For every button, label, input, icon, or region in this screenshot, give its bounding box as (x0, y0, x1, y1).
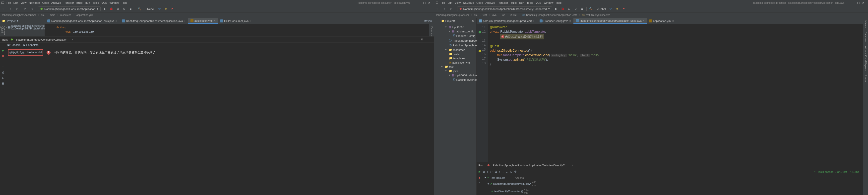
window-close-icon[interactable]: ✕ (428, 1, 430, 4)
sync-icon[interactable]: ↻ (14, 7, 19, 11)
profile-icon[interactable]: ⊙ (574, 7, 578, 11)
scissors-icon[interactable]: ✂ (23, 7, 27, 11)
tab-yml[interactable]: application.yml× (188, 18, 218, 24)
sort-icon[interactable]: ↕ (487, 170, 488, 173)
breadcrumb-res[interactable]: resources (60, 14, 71, 17)
star-icon[interactable]: ★ (615, 7, 620, 11)
test-class[interactable]: ▾✔RabbitmqSpringbootProducerA421 ms (483, 180, 526, 188)
window-maximize-icon[interactable]: ▢ (857, 1, 860, 4)
close-icon[interactable]: × (569, 20, 571, 23)
collapse-icon[interactable]: ↑ (499, 170, 500, 173)
close-icon[interactable]: × (116, 20, 117, 23)
minimize-icon[interactable]: — (426, 38, 429, 41)
stop-icon[interactable]: ■ (478, 176, 480, 179)
console-output-left[interactable]: 接收到消息：hello world 2 同时消费者也一样的启动，你会发现生产者发… (6, 47, 434, 195)
breadcrumb-file[interactable]: application.yml (76, 14, 93, 17)
project-tree[interactable]: ▾▦top.it6666 ▾▦rabbitmq.config ⒸProducer… (439, 24, 476, 83)
jrebel-icon[interactable]: ⟳ (157, 7, 162, 11)
menu-build[interactable]: Build (76, 1, 83, 4)
close-icon[interactable]: × (643, 19, 644, 22)
maven-label[interactable]: Maven (424, 20, 434, 23)
menu-edit[interactable]: Edit (13, 1, 18, 4)
project-panel-header[interactable]: 📁 Project ▾ (0, 19, 45, 23)
trash-icon[interactable]: 🗑 (1, 81, 5, 85)
rerun-failed-icon[interactable]: » (478, 181, 480, 184)
menu-analyze[interactable]: Analyze (51, 1, 61, 4)
menu-vcs[interactable]: VCS (101, 1, 107, 4)
filter-icon[interactable]: ↓↑ (490, 170, 493, 173)
tab-app[interactable]: RabbitmqSpringbootConsumerApplication.ja… (120, 19, 188, 23)
run-config-dropdown[interactable]: ⬢ RabbitmqSpringbootConsumerApplication … (38, 6, 101, 11)
test-method[interactable]: ✔testDirectlyConnected()421 ms (483, 188, 526, 195)
close-icon[interactable]: × (533, 20, 534, 23)
database-tab[interactable]: Database (864, 30, 868, 44)
rerun-icon[interactable]: ▶ (1, 48, 5, 52)
menu-refactor[interactable]: Refactor (63, 1, 74, 4)
menu-window[interactable]: Window (544, 1, 553, 4)
gutter-warning-marker[interactable] (478, 50, 481, 52)
gear-icon[interactable]: ⚙ (514, 170, 517, 173)
menu-view[interactable]: View (21, 1, 27, 4)
project-header[interactable]: 📁 Project ▾ ⚙ (439, 18, 476, 24)
menu-analyze[interactable]: Analyze (486, 1, 495, 4)
alibaba-tab[interactable]: Alibaba Cloud Explorer (864, 45, 868, 73)
menu-help[interactable]: Help (556, 1, 561, 4)
menu-code[interactable]: Code (476, 1, 483, 4)
close-icon[interactable]: × (672, 20, 674, 23)
maven-tab[interactable]: Maven (864, 19, 868, 29)
menu-run[interactable]: Run (85, 1, 90, 4)
up-icon[interactable]: ↑ (1, 65, 5, 69)
debug-icon[interactable]: 🐞 (560, 7, 565, 11)
run-config-dropdown-right[interactable]: ⬣ RabbitmqSpringbootProducerApplicationT… (457, 6, 552, 11)
back-icon[interactable]: ← (2, 44, 5, 47)
flag-icon[interactable]: ⚑ (621, 7, 626, 11)
menu-help[interactable]: Help (122, 1, 127, 4)
stop-icon[interactable]: ■ (128, 7, 133, 11)
coverage-icon[interactable]: ⊞ (116, 7, 120, 11)
tab-yml-right[interactable]: application.yml× (647, 19, 676, 23)
menu-vcs[interactable]: VCS (535, 1, 541, 4)
tree-root[interactable]: ›▦ rabbitmq-springboot-consumer D:\Devel… (5, 24, 44, 30)
menu-view[interactable]: View (455, 1, 461, 4)
print-icon[interactable]: ⎙ (1, 70, 5, 74)
run-icon[interactable]: ▶ (554, 7, 558, 11)
code-content-right[interactable]: @Autowired private RabbitTemplate rabbit… (488, 24, 863, 162)
flag-icon[interactable]: ⚑ (170, 7, 175, 11)
history-icon[interactable]: ⊙ (510, 170, 512, 173)
copy-icon[interactable]: ⎘ (29, 7, 34, 11)
menu-edit[interactable]: Edit (447, 1, 452, 4)
close-icon[interactable]: × (571, 164, 573, 167)
tab-tests[interactable]: RabbitmqSpringbootConsumerApplicationTes… (45, 19, 120, 23)
expand-icon[interactable]: ⊟ (495, 170, 497, 173)
menu-build[interactable]: Build (510, 1, 517, 4)
test-output[interactable] (526, 175, 863, 195)
run-icon[interactable]: ▶ (102, 7, 107, 11)
test-results-root[interactable]: ▾✔Test Results421 ms (483, 175, 526, 180)
menu-tools[interactable]: Tools (527, 1, 533, 4)
console-tab[interactable]: ▣ Console (7, 44, 21, 47)
learn-tab[interactable]: Learn (864, 74, 868, 83)
debug-icon[interactable]: 🐞 (109, 7, 114, 11)
save-all-icon[interactable]: ⇢ (8, 7, 12, 11)
breadcrumb-src[interactable]: src (41, 14, 44, 17)
menu-refactor[interactable]: Refactor (498, 1, 508, 4)
build-icon[interactable]: 🔨 (137, 7, 142, 11)
filter-icon[interactable]: ⊟ (1, 76, 5, 80)
sync-icon[interactable]: ↻ (448, 7, 453, 11)
menu-window[interactable]: Window (110, 1, 119, 4)
stop-icon[interactable]: ■ (1, 54, 5, 58)
open-icon[interactable]: ⇠ (435, 7, 440, 11)
breadcrumb-root[interactable]: rabbitmq-springboot-consumer (2, 14, 36, 17)
code-editor-right[interactable]: 1112131415161718 @Autowired private Rabb… (476, 24, 863, 162)
close-icon[interactable]: × (213, 19, 215, 22)
project-panel-right[interactable]: 📁 Project ▾ ⚙ ▾▦top.it6666 ▾▦rabbitmq.co… (439, 18, 476, 195)
toggle-icon[interactable]: ⊞ (483, 170, 485, 173)
down-icon[interactable]: ↓ (1, 59, 5, 63)
breadcrumb-main[interactable]: main (50, 14, 55, 17)
window-minimize-icon[interactable]: — (852, 1, 855, 4)
endpoints-tab[interactable]: ◉ Endpoints (23, 44, 38, 47)
build-icon[interactable]: 🔨 (589, 7, 593, 11)
down-icon[interactable]: ↓ (502, 170, 504, 173)
gear-icon[interactable]: ⚙ (472, 19, 474, 23)
stop-icon[interactable]: ■ (580, 7, 584, 11)
